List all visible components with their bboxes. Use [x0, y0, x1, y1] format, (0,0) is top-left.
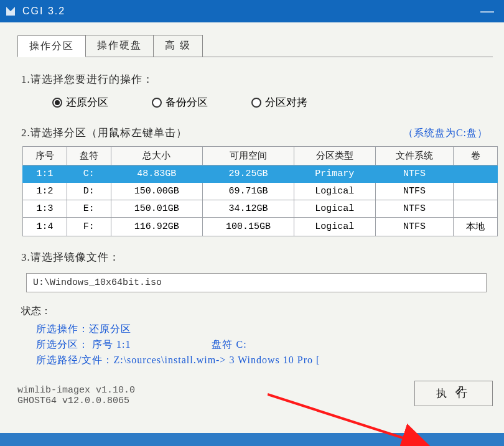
window-body: 操作分区 操作硬盘 高 级 1.请选择您要进行的操作： 还原分区 备份分区 分区…	[0, 22, 504, 433]
table-cell: D:	[67, 183, 111, 200]
radio-circle-icon	[251, 98, 261, 108]
radio-circle-icon	[152, 98, 162, 108]
table-cell: 116.92GB	[111, 218, 202, 236]
table-cell: NTFS	[375, 200, 453, 218]
table-cell: Logical	[294, 183, 375, 200]
radio-backup[interactable]: 备份分区	[152, 95, 208, 109]
status-partition-drive: 盘符 C:	[212, 339, 246, 350]
svg-marker-0	[6, 7, 15, 16]
radio-backup-label: 备份分区	[166, 95, 208, 109]
table-cell: NTFS	[375, 218, 453, 236]
window-title: CGI 3.2	[22, 6, 475, 17]
table-cell: 69.71GB	[202, 183, 294, 200]
tab-disk[interactable]: 操作硬盘	[85, 35, 154, 57]
version-info: wimlib-imagex v1.10.0 GHOST64 v12.0.0.80…	[17, 385, 135, 406]
tab-advanced[interactable]: 高 级	[153, 35, 203, 57]
table-cell: 1:1	[23, 165, 67, 183]
table-row[interactable]: 1:4F:116.92GB100.15GBLogicalNTFS本地	[23, 218, 498, 236]
table-cell: 29.25GB	[202, 165, 294, 183]
section3-label: 3.请选择镜像文件：	[21, 250, 493, 264]
execute-button[interactable]: 执 行 ⬀	[414, 381, 493, 406]
tab-partition[interactable]: 操作分区	[17, 35, 86, 57]
table-cell	[454, 165, 498, 183]
col-type: 分区类型	[294, 147, 375, 165]
table-row[interactable]: 1:1C:48.83GB29.25GBPrimaryNTFS	[23, 165, 498, 183]
table-cell: 1:2	[23, 183, 67, 200]
table-cell: E:	[67, 200, 111, 218]
status-block: 状态： 所选操作：还原分区 所选分区： 序号 1:1 盘符 C: 所选路径/文件…	[21, 305, 493, 367]
minimize-button[interactable]: —	[475, 3, 499, 19]
col-index: 序号	[23, 147, 67, 165]
table-cell: Logical	[294, 218, 375, 236]
col-free: 可用空间	[202, 147, 294, 165]
radio-copy[interactable]: 分区对拷	[251, 95, 307, 109]
table-cell: Logical	[294, 200, 375, 218]
table-cell	[454, 183, 498, 200]
table-cell: NTFS	[375, 165, 453, 183]
ghost-version: GHOST64 v12.0.0.8065	[17, 396, 135, 406]
col-drive: 盘符	[67, 147, 111, 165]
radio-copy-label: 分区对拷	[265, 95, 307, 109]
image-path-input[interactable]: U:\Windows_10x64bit.iso	[26, 273, 487, 292]
status-operation: 所选操作：还原分区	[36, 323, 493, 336]
tab-bar: 操作分区 操作硬盘 高 级	[17, 35, 493, 57]
table-cell: 150.00GB	[111, 183, 202, 200]
radio-restore-label: 还原分区	[66, 95, 108, 109]
table-row[interactable]: 1:3E:150.01GB34.12GBLogicalNTFS	[23, 200, 498, 218]
system-disk-hint[interactable]: （系统盘为C:盘）	[403, 127, 488, 140]
table-cell: 100.15GB	[202, 218, 294, 236]
status-path: 所选路径/文件：Z:\sources\install.wim-> 3 Windo…	[36, 354, 493, 367]
section1-label: 1.请选择您要进行的操作：	[21, 72, 493, 86]
status-partition: 所选分区： 序号 1:1 盘符 C:	[36, 338, 493, 351]
status-label: 状态：	[21, 305, 493, 318]
table-cell: C:	[67, 165, 111, 183]
section2-label: 2.请选择分区（用鼠标左键单击）	[21, 126, 187, 140]
col-fs: 文件系统	[375, 147, 453, 165]
table-cell: 48.83GB	[111, 165, 202, 183]
table-cell: NTFS	[375, 183, 453, 200]
titlebar: CGI 3.2 —	[0, 0, 504, 22]
table-cell: 本地	[454, 218, 498, 236]
radio-dot-icon	[52, 98, 62, 108]
table-cell: 34.12GB	[202, 200, 294, 218]
col-total: 总大小	[111, 147, 202, 165]
table-header-row: 序号 盘符 总大小 可用空间 分区类型 文件系统 卷	[23, 147, 498, 165]
table-cell: 1:4	[23, 218, 67, 236]
app-icon	[5, 6, 16, 17]
col-vol: 卷	[454, 147, 498, 165]
table-cell	[454, 200, 498, 218]
table-cell: 1:3	[23, 200, 67, 218]
table-cell: Primary	[294, 165, 375, 183]
operation-radios: 还原分区 备份分区 分区对拷	[52, 95, 493, 109]
radio-restore[interactable]: 还原分区	[52, 95, 108, 109]
table-cell: F:	[67, 218, 111, 236]
cursor-icon: ⬀	[454, 382, 469, 397]
wimlib-version: wimlib-imagex v1.10.0	[17, 385, 135, 396]
table-row[interactable]: 1:2D:150.00GB69.71GBLogicalNTFS	[23, 183, 498, 200]
status-partition-index: 所选分区： 序号 1:1	[36, 339, 131, 350]
partition-table[interactable]: 序号 盘符 总大小 可用空间 分区类型 文件系统 卷 1:1C:48.83GB2…	[22, 146, 498, 236]
footer: wimlib-imagex v1.10.0 GHOST64 v12.0.0.80…	[17, 381, 493, 406]
table-cell: 150.01GB	[111, 200, 202, 218]
